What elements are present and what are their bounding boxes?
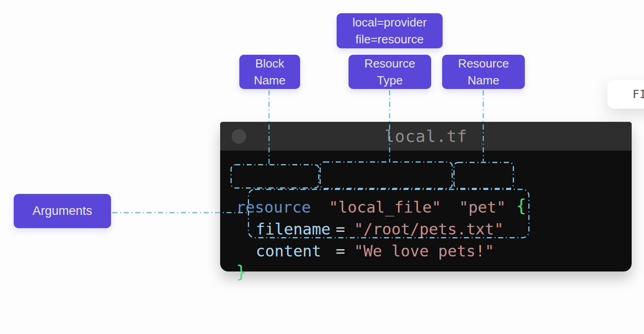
window-titlebar: local.tf — [220, 122, 632, 151]
label-resource-name: Resource Name — [442, 55, 525, 89]
code-open-brace: { — [516, 197, 526, 215]
label-block-name: Block Name — [239, 55, 300, 89]
code-arg-filename: filename — [256, 220, 331, 238]
side-card-file: FIL — [607, 80, 644, 109]
code-arg-content-value: "We love pets!" — [354, 242, 494, 260]
side-card-text: FIL — [633, 88, 644, 101]
diagram-canvas: { "colors": { "accent": "#5a46d8", "conn… — [0, 0, 644, 334]
code-area: resource "local_file" "pet" { filename =… — [220, 151, 632, 271]
code-equals-sign: = — [336, 242, 345, 260]
window-title: local.tf — [220, 122, 632, 151]
code-editor-window: local.tf resource "local_file" "pet" { f… — [220, 122, 632, 271]
label-resource-type: Resource Type — [348, 55, 431, 89]
label-provider-mapping: local=provider file=resource — [337, 13, 443, 48]
code-arg-content: content — [256, 242, 321, 260]
label-arguments: Arguments — [14, 194, 111, 228]
code-resource-name: "pet" — [459, 198, 506, 216]
code-close-brace: } — [236, 263, 246, 282]
code-resource-type: "local_file" — [329, 198, 441, 216]
code-keyword-resource: resource — [236, 198, 311, 216]
code-equals-sign: = — [336, 220, 345, 238]
code-arg-filename-value: "/root/pets.txt" — [354, 220, 504, 238]
